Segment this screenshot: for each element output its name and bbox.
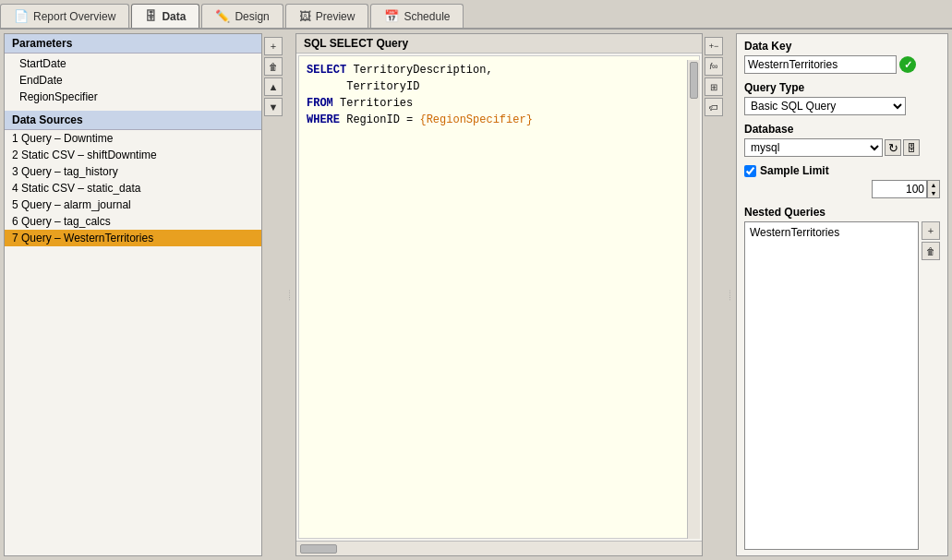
- datasource-5[interactable]: 5 Query – alarm_journal: [5, 197, 261, 213]
- add-nested-button[interactable]: +: [922, 221, 940, 240]
- db-browse-button[interactable]: 🗄: [903, 139, 920, 156]
- middle-panel: SQL SELECT Query SELECT TerritoryDescrip…: [295, 33, 703, 556]
- validate-button[interactable]: ✓: [899, 56, 916, 73]
- data-key-label: Data Key: [744, 40, 940, 53]
- tab-schedule[interactable]: 📅 Schedule: [370, 4, 464, 28]
- delete-nested-button[interactable]: 🗑: [922, 242, 940, 260]
- sample-limit-label: Sample Limit: [744, 164, 940, 177]
- left-toolbar: + 🗑 ▲ ▼: [262, 33, 283, 556]
- report-icon: 📄: [14, 9, 29, 23]
- datasource-1[interactable]: 1 Query – Downtime: [5, 130, 261, 147]
- datasource-6[interactable]: 6 Query – tag_calcs: [5, 213, 261, 230]
- data-icon: 🗄: [145, 9, 157, 23]
- schedule-icon: 📅: [384, 9, 399, 23]
- datasource-2[interactable]: 2 Static CSV – shiftDowntime: [5, 147, 261, 163]
- query-panel-header: SQL SELECT Query: [296, 34, 702, 54]
- sql-line-2: TerritoryID: [307, 78, 692, 95]
- param-end-date[interactable]: EndDate: [5, 72, 261, 89]
- data-sources-header: Data Sources: [5, 111, 261, 130]
- add-datasource-button[interactable]: +: [264, 37, 283, 55]
- delete-datasource-button[interactable]: 🗑: [264, 57, 283, 76]
- data-key-field: ✓: [744, 55, 940, 74]
- left-panel: Parameters StartDate EndDate RegionSpeci…: [4, 33, 262, 556]
- tab-preview[interactable]: 🖼 Preview: [285, 4, 369, 28]
- sql-line-3: FROM Territories: [307, 95, 692, 112]
- data-key-input[interactable]: [744, 55, 897, 74]
- database-label: Database: [744, 123, 940, 136]
- sample-limit-spinner: ▲ ▼: [744, 180, 940, 198]
- horizontal-scrollbar[interactable]: [296, 541, 702, 555]
- database-select[interactable]: mysql mssql oracle postgres: [744, 138, 883, 157]
- vertical-scroll-thumb[interactable]: [690, 62, 698, 99]
- tab-bar: 📄 Report Overview 🗄 Data ✏️ Design 🖼 Pre…: [0, 0, 952, 30]
- datasource-4[interactable]: 4 Static CSV – static_data: [5, 180, 261, 197]
- nested-toolbar: + 🗑: [922, 221, 940, 550]
- drag-handle-right[interactable]: · · · · ·: [727, 33, 732, 556]
- spinner-arrows: ▲ ▼: [927, 180, 940, 198]
- nested-queries-area[interactable]: WesternTerritories: [744, 221, 919, 550]
- plus-minus-button[interactable]: +−: [705, 37, 723, 55]
- sql-line-1: SELECT TerritoryDescription,: [307, 62, 692, 78]
- design-icon: ✏️: [215, 9, 230, 23]
- horizontal-scroll-thumb[interactable]: [300, 544, 337, 554]
- tab-report-overview[interactable]: 📄 Report Overview: [0, 4, 129, 28]
- move-down-button[interactable]: ▼: [264, 98, 283, 116]
- db-refresh-button[interactable]: ↻: [885, 139, 901, 156]
- parameters-list: StartDate EndDate RegionSpecifier Data S…: [5, 54, 261, 555]
- sample-limit-input[interactable]: [872, 180, 927, 198]
- datasource-3[interactable]: 3 Query – tag_history: [5, 163, 261, 180]
- tab-design[interactable]: ✏️ Design: [201, 4, 283, 28]
- tag-button[interactable]: 🏷: [705, 98, 723, 116]
- spinner-up[interactable]: ▲: [928, 181, 939, 189]
- preview-icon: 🖼: [299, 9, 311, 23]
- tab-data[interactable]: 🗄 Data: [131, 4, 199, 28]
- sample-limit-checkbox[interactable]: [744, 165, 756, 177]
- query-type-label: Query Type: [744, 81, 940, 94]
- move-up-button[interactable]: ▲: [264, 77, 283, 96]
- drag-handle-left[interactable]: · · · · ·: [286, 33, 292, 556]
- query-editor[interactable]: SELECT TerritoryDescription, TerritoryID…: [298, 55, 700, 539]
- fx-button[interactable]: f∞: [705, 57, 723, 76]
- main-container: Parameters StartDate EndDate RegionSpeci…: [0, 30, 952, 560]
- sql-line-4: WHERE RegionID = {RegionSpecifier}: [307, 112, 692, 128]
- datasource-7[interactable]: 7 Query – WesternTerritories: [5, 230, 261, 246]
- query-type-select[interactable]: Basic SQL Query Stored Procedure Named Q…: [744, 97, 906, 115]
- param-start-date[interactable]: StartDate: [5, 55, 261, 72]
- right-panel: Data Key ✓ Query Type Basic SQL Query St…: [736, 33, 948, 556]
- drag-dots-right: · · · · ·: [726, 290, 734, 300]
- table-button[interactable]: ⊞: [705, 77, 723, 96]
- nested-query-item-1[interactable]: WesternTerritories: [748, 225, 915, 240]
- nested-queries-label: Nested Queries: [744, 206, 940, 219]
- middle-toolbar: +− f∞ ⊞ 🏷: [703, 33, 723, 556]
- parameters-header: Parameters: [5, 34, 261, 54]
- database-row: mysql mssql oracle postgres ↻ 🗄: [744, 138, 940, 157]
- nested-queries-section: WesternTerritories + 🗑: [744, 221, 940, 550]
- drag-dots: · · · · ·: [285, 290, 294, 300]
- sample-limit-checkbox-label: Sample Limit: [744, 164, 940, 177]
- vertical-scrollbar[interactable]: [687, 60, 700, 539]
- param-region-specifier[interactable]: RegionSpecifier: [5, 89, 261, 105]
- spinner-down[interactable]: ▼: [928, 189, 939, 197]
